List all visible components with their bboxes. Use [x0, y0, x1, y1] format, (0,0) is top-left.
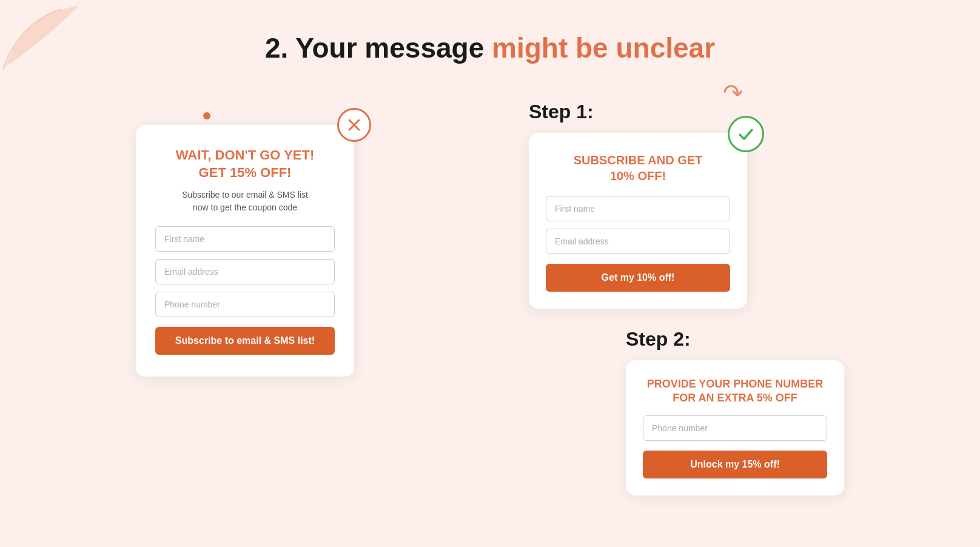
step1-email-input[interactable]: [546, 229, 730, 254]
step1-label: Step 1:: [529, 101, 844, 123]
step1-submit-button[interactable]: Get my 10% off!: [546, 264, 730, 292]
left-section: WAIT, DON'T GO YET! GET 15% OFF! Subscri…: [136, 125, 354, 377]
left-email-input[interactable]: [155, 259, 335, 284]
left-popup-subtitle: Subscribe to our email & SMS list now to…: [155, 189, 335, 214]
step2-card-title: PROVIDE YOUR PHONE NUMBER FOR AN EXTRA 5…: [643, 377, 827, 406]
step2-label: Step 2:: [626, 328, 844, 351]
close-button[interactable]: [337, 108, 371, 142]
step1-card: SUBSCRIBE AND GET 10% OFF! Get my 10% of…: [529, 133, 747, 309]
left-phone-input[interactable]: [155, 292, 335, 317]
step2-area: Step 2: PROVIDE YOUR PHONE NUMBER FOR AN…: [626, 328, 844, 495]
bg-leaf-decoration: [0, 0, 97, 73]
left-subscribe-button[interactable]: Subscribe to email & SMS list!: [155, 327, 335, 355]
checkmark-badge: [728, 116, 764, 152]
step1-first-name-input[interactable]: [546, 196, 730, 221]
step2-submit-button[interactable]: Unlock my 15% off!: [643, 451, 827, 478]
step2-phone-input[interactable]: [643, 415, 827, 441]
step1-card-title: SUBSCRIBE AND GET 10% OFF!: [546, 152, 730, 184]
left-first-name-input[interactable]: [155, 226, 335, 252]
content-area: WAIT, DON'T GO YET! GET 15% OFF! Subscri…: [0, 64, 980, 495]
heading-highlight: might be unclear: [492, 32, 715, 64]
left-popup-card: WAIT, DON'T GO YET! GET 15% OFF! Subscri…: [136, 125, 354, 377]
heading-part1: 2. Your message: [265, 32, 492, 64]
step2-card: PROVIDE YOUR PHONE NUMBER FOR AN EXTRA 5…: [626, 360, 844, 495]
close-icon: [346, 116, 363, 133]
left-popup-title: WAIT, DON'T GO YET! GET 15% OFF!: [155, 147, 335, 181]
main-heading: 2. Your message might be unclear: [0, 0, 980, 64]
checkmark-icon: [736, 124, 756, 144]
step1-area: Step 1: SUBSCRIBE AND GET 10% OFF! Get m…: [529, 101, 844, 309]
right-section: Step 1: SUBSCRIBE AND GET 10% OFF! Get m…: [529, 101, 844, 495]
